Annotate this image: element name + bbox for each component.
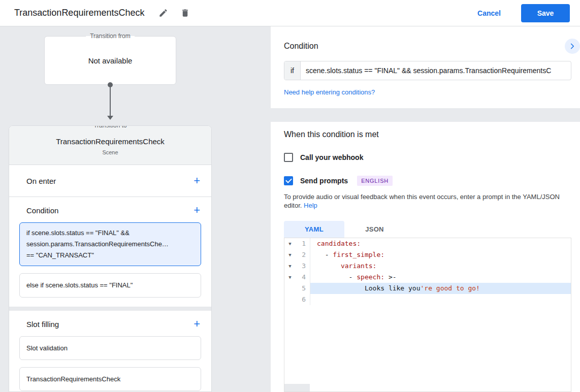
page-title: TransactionRequirementsCheck bbox=[14, 8, 144, 18]
webhook-checkbox[interactable] bbox=[284, 153, 293, 162]
fold-icon[interactable]: ▼ bbox=[284, 238, 296, 249]
add-on-enter-button[interactable]: + bbox=[194, 176, 200, 186]
condition-panel-title: Condition bbox=[284, 42, 571, 51]
scene-card: Transition to TransactionRequirementsChe… bbox=[9, 125, 212, 392]
line-number: 2 bbox=[296, 249, 307, 260]
prompt-description-text: To provide audio or visual feedback when… bbox=[284, 193, 560, 209]
scene-card-header: Transition to TransactionRequirementsChe… bbox=[9, 126, 211, 165]
on-enter-section[interactable]: On enter + bbox=[9, 165, 211, 197]
edit-title-button[interactable] bbox=[156, 6, 170, 20]
slot-item[interactable]: Slot validation bbox=[19, 336, 201, 360]
condition-section: Condition + if scene.slots.status == "FI… bbox=[9, 197, 211, 307]
cancel-button[interactable]: Cancel bbox=[474, 9, 504, 18]
gutter-divider bbox=[307, 238, 310, 249]
transition-from-box: Transition from Not available bbox=[44, 36, 176, 85]
condition-help-link[interactable]: Need help entering conditions? bbox=[284, 88, 375, 96]
scene-type-label: Scene bbox=[9, 149, 211, 155]
line-number: 4 bbox=[296, 272, 307, 283]
slot-filling-section-title: Slot filling bbox=[26, 320, 59, 329]
gutter-divider bbox=[307, 260, 310, 272]
if-label: if bbox=[284, 61, 301, 80]
code-line: ▼ 3 variants: bbox=[284, 260, 571, 272]
chevron-right-icon bbox=[568, 42, 577, 51]
delete-scene-button[interactable] bbox=[178, 6, 192, 20]
fold-spacer bbox=[284, 294, 296, 305]
fold-icon[interactable]: ▼ bbox=[284, 260, 296, 272]
editor-scrollbar[interactable] bbox=[284, 384, 310, 391]
editor-tabs: YAML JSON bbox=[284, 221, 571, 238]
add-condition-button[interactable]: + bbox=[194, 205, 200, 215]
gutter-divider bbox=[307, 294, 310, 305]
condition-item-selected[interactable]: if scene.slots.status == "FINAL" && sess… bbox=[19, 222, 201, 266]
transition-to-label: Transition to bbox=[89, 125, 131, 129]
scene-flow-panel: Transition from Not available Transition… bbox=[0, 26, 271, 392]
code-line-highlighted: 5 Looks like you're good to go! bbox=[284, 283, 571, 294]
condition-expression-row: if bbox=[284, 61, 571, 80]
fold-icon[interactable]: ▼ bbox=[284, 272, 296, 283]
transition-from-value: Not available bbox=[88, 56, 133, 65]
slot-filling-section-header: Slot filling + bbox=[9, 311, 211, 335]
add-slot-button[interactable]: + bbox=[194, 319, 200, 329]
pencil-icon bbox=[158, 8, 168, 18]
condition-expression-input[interactable] bbox=[301, 61, 571, 80]
send-prompts-row: Send prompts ENGLISH bbox=[284, 176, 571, 186]
language-badge: ENGLISH bbox=[357, 176, 393, 186]
slot-filling-section: Slot filling + Slot validation Transacti… bbox=[9, 311, 211, 392]
yaml-editor[interactable]: ▼ 1 candidates: ▼ 2 - first_simple: ▼ 3 … bbox=[284, 238, 571, 392]
line-number: 5 bbox=[296, 283, 307, 294]
section-divider bbox=[9, 307, 211, 311]
gutter-divider bbox=[307, 272, 310, 283]
trash-icon bbox=[180, 8, 190, 18]
on-enter-title: On enter bbox=[26, 177, 56, 185]
condition-section-header: Condition + bbox=[9, 197, 211, 221]
line-number: 6 bbox=[296, 294, 307, 305]
collapse-panel-button[interactable] bbox=[565, 39, 580, 54]
code-line: ▼ 4 - speech: >- bbox=[284, 272, 571, 283]
tab-json[interactable]: JSON bbox=[344, 221, 405, 238]
when-condition-title: When this condition is met bbox=[284, 130, 571, 139]
gutter-divider bbox=[307, 283, 310, 294]
line-number: 3 bbox=[296, 260, 307, 272]
tab-yaml[interactable]: YAML bbox=[284, 221, 344, 238]
webhook-row: Call your webhook bbox=[284, 153, 571, 162]
webhook-label: Call your webhook bbox=[300, 153, 363, 161]
condition-section-title: Condition bbox=[26, 206, 58, 215]
condition-editor-panel: Condition if Need help entering conditio… bbox=[271, 26, 580, 392]
topbar: TransactionRequirementsCheck Cancel Save bbox=[0, 0, 580, 26]
gutter-divider bbox=[307, 249, 310, 260]
help-link[interactable]: Help bbox=[304, 202, 317, 209]
send-prompts-label: Send prompts bbox=[300, 177, 348, 185]
condition-item[interactable]: else if scene.slots.status == "FINAL" bbox=[19, 273, 201, 298]
connector-line bbox=[110, 85, 111, 116]
line-number: 1 bbox=[296, 238, 307, 249]
connector-arrow-icon bbox=[107, 116, 113, 120]
panel-section-divider bbox=[271, 108, 580, 122]
topbar-actions: Cancel Save bbox=[474, 4, 570, 22]
send-prompts-checkbox[interactable] bbox=[284, 176, 293, 185]
main-content: Transition from Not available Transition… bbox=[0, 26, 580, 392]
save-button[interactable]: Save bbox=[521, 4, 570, 22]
fold-icon[interactable]: ▼ bbox=[284, 249, 296, 260]
transition-from-label: Transition from bbox=[86, 32, 135, 40]
prompt-description: To provide audio or visual feedback when… bbox=[284, 192, 571, 210]
slot-item[interactable]: TransactionRequirementsCheck bbox=[19, 367, 201, 391]
code-line: 6 bbox=[284, 294, 571, 305]
code-line: ▼ 2 - first_simple: bbox=[284, 249, 571, 260]
fold-spacer bbox=[284, 283, 296, 294]
code-line: ▼ 1 candidates: bbox=[284, 238, 571, 249]
